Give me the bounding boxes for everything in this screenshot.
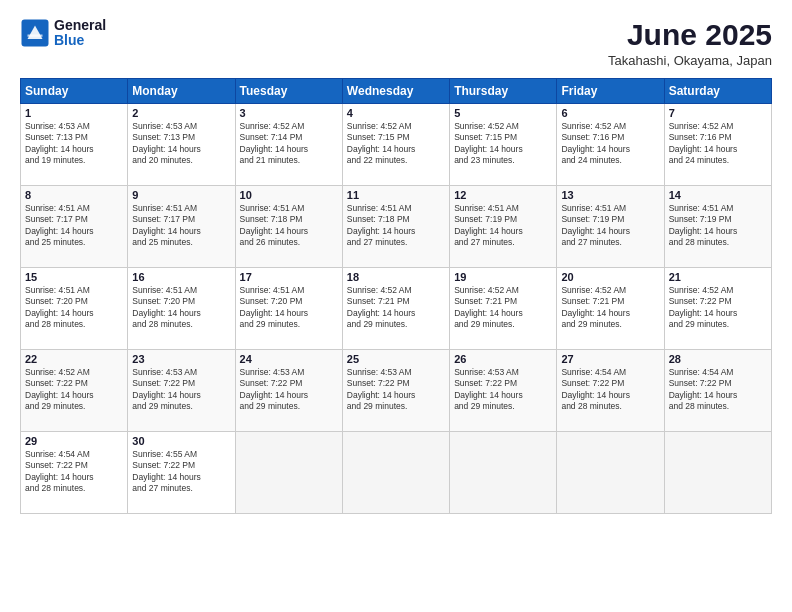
calendar-header-friday: Friday (557, 79, 664, 104)
cell-info: Sunrise: 4:51 AMSunset: 7:19 PMDaylight:… (454, 203, 552, 249)
day-number: 20 (561, 271, 659, 283)
calendar-cell: 28Sunrise: 4:54 AMSunset: 7:22 PMDayligh… (664, 350, 771, 432)
cell-info: Sunrise: 4:52 AMSunset: 7:14 PMDaylight:… (240, 121, 338, 167)
logo: General Blue (20, 18, 106, 49)
page: General Blue June 2025 Takahashi, Okayam… (0, 0, 792, 612)
day-number: 27 (561, 353, 659, 365)
cell-info: Sunrise: 4:51 AMSunset: 7:18 PMDaylight:… (347, 203, 445, 249)
cell-info: Sunrise: 4:51 AMSunset: 7:17 PMDaylight:… (132, 203, 230, 249)
day-number: 11 (347, 189, 445, 201)
calendar-cell: 4Sunrise: 4:52 AMSunset: 7:15 PMDaylight… (342, 104, 449, 186)
day-number: 18 (347, 271, 445, 283)
cell-info: Sunrise: 4:51 AMSunset: 7:19 PMDaylight:… (561, 203, 659, 249)
calendar-cell: 25Sunrise: 4:53 AMSunset: 7:22 PMDayligh… (342, 350, 449, 432)
cell-info: Sunrise: 4:51 AMSunset: 7:17 PMDaylight:… (25, 203, 123, 249)
cell-info: Sunrise: 4:52 AMSunset: 7:21 PMDaylight:… (347, 285, 445, 331)
header: General Blue June 2025 Takahashi, Okayam… (20, 18, 772, 68)
calendar-cell: 7Sunrise: 4:52 AMSunset: 7:16 PMDaylight… (664, 104, 771, 186)
cell-info: Sunrise: 4:52 AMSunset: 7:16 PMDaylight:… (561, 121, 659, 167)
calendar-cell: 9Sunrise: 4:51 AMSunset: 7:17 PMDaylight… (128, 186, 235, 268)
calendar-cell: 3Sunrise: 4:52 AMSunset: 7:14 PMDaylight… (235, 104, 342, 186)
calendar-header-monday: Monday (128, 79, 235, 104)
cell-info: Sunrise: 4:53 AMSunset: 7:13 PMDaylight:… (132, 121, 230, 167)
calendar-cell (557, 432, 664, 514)
day-number: 9 (132, 189, 230, 201)
cell-info: Sunrise: 4:51 AMSunset: 7:20 PMDaylight:… (240, 285, 338, 331)
calendar-cell: 14Sunrise: 4:51 AMSunset: 7:19 PMDayligh… (664, 186, 771, 268)
cell-info: Sunrise: 4:53 AMSunset: 7:13 PMDaylight:… (25, 121, 123, 167)
calendar-header-thursday: Thursday (450, 79, 557, 104)
calendar-cell: 10Sunrise: 4:51 AMSunset: 7:18 PMDayligh… (235, 186, 342, 268)
calendar-cell (664, 432, 771, 514)
calendar-cell: 11Sunrise: 4:51 AMSunset: 7:18 PMDayligh… (342, 186, 449, 268)
calendar-cell: 1Sunrise: 4:53 AMSunset: 7:13 PMDaylight… (21, 104, 128, 186)
cell-info: Sunrise: 4:52 AMSunset: 7:16 PMDaylight:… (669, 121, 767, 167)
day-number: 4 (347, 107, 445, 119)
calendar-cell: 23Sunrise: 4:53 AMSunset: 7:22 PMDayligh… (128, 350, 235, 432)
calendar-table: SundayMondayTuesdayWednesdayThursdayFrid… (20, 78, 772, 514)
calendar-cell: 6Sunrise: 4:52 AMSunset: 7:16 PMDaylight… (557, 104, 664, 186)
cell-info: Sunrise: 4:51 AMSunset: 7:20 PMDaylight:… (132, 285, 230, 331)
cell-info: Sunrise: 4:51 AMSunset: 7:18 PMDaylight:… (240, 203, 338, 249)
calendar-cell: 17Sunrise: 4:51 AMSunset: 7:20 PMDayligh… (235, 268, 342, 350)
cell-info: Sunrise: 4:52 AMSunset: 7:21 PMDaylight:… (454, 285, 552, 331)
logo-icon (20, 18, 50, 48)
cell-info: Sunrise: 4:51 AMSunset: 7:19 PMDaylight:… (669, 203, 767, 249)
day-number: 7 (669, 107, 767, 119)
calendar-cell: 15Sunrise: 4:51 AMSunset: 7:20 PMDayligh… (21, 268, 128, 350)
location-subtitle: Takahashi, Okayama, Japan (608, 53, 772, 68)
day-number: 10 (240, 189, 338, 201)
day-number: 2 (132, 107, 230, 119)
cell-info: Sunrise: 4:54 AMSunset: 7:22 PMDaylight:… (25, 449, 123, 495)
day-number: 8 (25, 189, 123, 201)
cell-info: Sunrise: 4:53 AMSunset: 7:22 PMDaylight:… (240, 367, 338, 413)
calendar-header-tuesday: Tuesday (235, 79, 342, 104)
calendar-week-row: 8Sunrise: 4:51 AMSunset: 7:17 PMDaylight… (21, 186, 772, 268)
calendar-cell (235, 432, 342, 514)
calendar-cell: 13Sunrise: 4:51 AMSunset: 7:19 PMDayligh… (557, 186, 664, 268)
cell-info: Sunrise: 4:53 AMSunset: 7:22 PMDaylight:… (347, 367, 445, 413)
day-number: 30 (132, 435, 230, 447)
title-area: June 2025 Takahashi, Okayama, Japan (608, 18, 772, 68)
day-number: 24 (240, 353, 338, 365)
calendar-cell: 18Sunrise: 4:52 AMSunset: 7:21 PMDayligh… (342, 268, 449, 350)
day-number: 16 (132, 271, 230, 283)
calendar-header-wednesday: Wednesday (342, 79, 449, 104)
cell-info: Sunrise: 4:51 AMSunset: 7:20 PMDaylight:… (25, 285, 123, 331)
cell-info: Sunrise: 4:55 AMSunset: 7:22 PMDaylight:… (132, 449, 230, 495)
cell-info: Sunrise: 4:53 AMSunset: 7:22 PMDaylight:… (132, 367, 230, 413)
logo-line1: General (54, 18, 106, 33)
calendar-header-saturday: Saturday (664, 79, 771, 104)
calendar-cell: 27Sunrise: 4:54 AMSunset: 7:22 PMDayligh… (557, 350, 664, 432)
calendar-cell: 26Sunrise: 4:53 AMSunset: 7:22 PMDayligh… (450, 350, 557, 432)
cell-info: Sunrise: 4:53 AMSunset: 7:22 PMDaylight:… (454, 367, 552, 413)
day-number: 3 (240, 107, 338, 119)
cell-info: Sunrise: 4:52 AMSunset: 7:15 PMDaylight:… (454, 121, 552, 167)
cell-info: Sunrise: 4:54 AMSunset: 7:22 PMDaylight:… (561, 367, 659, 413)
calendar-cell: 22Sunrise: 4:52 AMSunset: 7:22 PMDayligh… (21, 350, 128, 432)
calendar-cell (450, 432, 557, 514)
calendar-cell: 8Sunrise: 4:51 AMSunset: 7:17 PMDaylight… (21, 186, 128, 268)
logo-text: General Blue (54, 18, 106, 49)
calendar-cell: 21Sunrise: 4:52 AMSunset: 7:22 PMDayligh… (664, 268, 771, 350)
cell-info: Sunrise: 4:52 AMSunset: 7:21 PMDaylight:… (561, 285, 659, 331)
cell-info: Sunrise: 4:52 AMSunset: 7:15 PMDaylight:… (347, 121, 445, 167)
day-number: 21 (669, 271, 767, 283)
calendar-cell: 29Sunrise: 4:54 AMSunset: 7:22 PMDayligh… (21, 432, 128, 514)
day-number: 15 (25, 271, 123, 283)
calendar-cell: 2Sunrise: 4:53 AMSunset: 7:13 PMDaylight… (128, 104, 235, 186)
calendar-cell (342, 432, 449, 514)
day-number: 12 (454, 189, 552, 201)
calendar-cell: 5Sunrise: 4:52 AMSunset: 7:15 PMDaylight… (450, 104, 557, 186)
calendar-header-sunday: Sunday (21, 79, 128, 104)
day-number: 5 (454, 107, 552, 119)
svg-rect-2 (28, 35, 43, 37)
calendar-cell: 20Sunrise: 4:52 AMSunset: 7:21 PMDayligh… (557, 268, 664, 350)
day-number: 29 (25, 435, 123, 447)
calendar-header-row: SundayMondayTuesdayWednesdayThursdayFrid… (21, 79, 772, 104)
day-number: 6 (561, 107, 659, 119)
day-number: 13 (561, 189, 659, 201)
day-number: 23 (132, 353, 230, 365)
day-number: 19 (454, 271, 552, 283)
month-title: June 2025 (608, 18, 772, 51)
